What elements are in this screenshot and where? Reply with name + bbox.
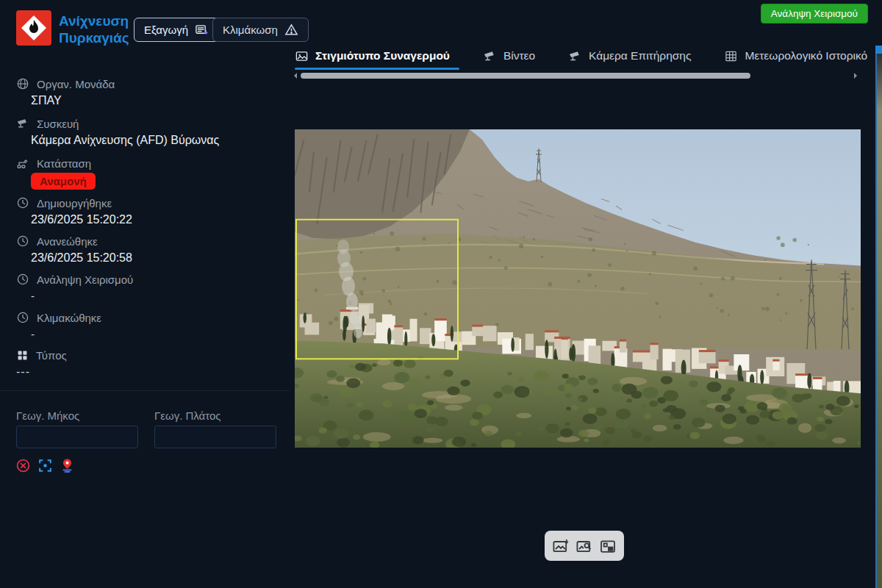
field-value: 23/6/2025 15:20:22 — [31, 213, 281, 226]
status-badge: Αναμονή — [31, 173, 96, 190]
field-value: - — [31, 290, 281, 302]
fire-hazard-icon — [16, 10, 51, 46]
tab-alert-snapshot[interactable]: Στιγμιότυπο Συναγερμού — [295, 49, 450, 63]
field-label: Δημιουργήθηκε — [37, 197, 112, 209]
field-label: Κλιμακώθηκε — [37, 312, 101, 324]
field-label: Οργαν. Μονάδα — [37, 78, 115, 90]
field-created: Δημιουργήθηκε 23/6/2025 15:20:22 — [16, 196, 281, 226]
cctv-icon — [16, 117, 29, 130]
camera-scene — [295, 129, 861, 448]
export-label: Εξαγωγή — [144, 24, 188, 36]
locate-on-map-button[interactable] — [60, 458, 75, 473]
next-image-preview[interactable] — [875, 46, 882, 588]
cancel-icon — [15, 458, 31, 473]
active-tab-indicator — [295, 68, 459, 70]
field-value: Κάμερα Ανίχνευσης (AFD) Βύρωνας — [31, 134, 281, 147]
map-pin-icon — [60, 458, 75, 473]
tab-weather-history[interactable]: Μετεωρολογικό Ιστορικό — [724, 49, 867, 63]
clock-icon — [16, 311, 29, 324]
picture-in-picture-button[interactable] — [598, 537, 617, 556]
field-label: Ανάληψη Χειρισμού — [37, 273, 133, 286]
clear-coordinates-button[interactable] — [15, 458, 31, 473]
field-label: Συσκευή — [37, 118, 79, 130]
field-label: Τύπος — [36, 349, 67, 362]
clock-icon — [16, 196, 29, 209]
tabs-horizontal-scrollbar[interactable] — [294, 71, 857, 80]
crosshair-icon — [37, 458, 53, 473]
field-value: - — [31, 328, 281, 340]
tab-label: Μετεωρολογικό Ιστορικό — [745, 49, 867, 62]
field-takeover-time: Ανάληψη Χειρισμού - — [16, 273, 281, 302]
longitude-input[interactable] — [16, 426, 138, 448]
latitude-group: Γεωγ. Πλάτος — [154, 409, 276, 448]
image-download-icon — [552, 537, 570, 555]
field-label: Ανανεώθηκε — [37, 235, 98, 248]
export-icon — [195, 23, 209, 37]
warning-icon — [284, 23, 298, 37]
field-type: Τύπος --- — [16, 349, 281, 379]
field-value: 23/6/2025 15:20:58 — [31, 251, 281, 265]
globe-icon — [16, 77, 29, 90]
takeover-button[interactable]: Ανάληψη Χειρισμού — [761, 4, 868, 24]
coordinate-actions — [15, 458, 75, 473]
field-updated: Ανανεώθηκε 23/6/2025 15:20:58 — [16, 234, 281, 265]
field-value: ΣΠΑΥ — [31, 94, 281, 107]
field-escalated-time: Κλιμακώθηκε - — [16, 311, 281, 340]
export-button[interactable]: Εξαγωγή — [134, 18, 219, 42]
field-org-unit: Οργαν. Μονάδα ΣΠΑΥ — [16, 77, 281, 107]
latitude-label: Γεωγ. Πλάτος — [154, 409, 276, 422]
scroll-right-arrow-icon[interactable] — [854, 73, 857, 79]
image-zoom-button[interactable] — [575, 537, 594, 556]
clock-icon — [16, 234, 29, 248]
tab-label: Στιγμιότυπο Συναγερμού — [315, 49, 450, 62]
cctv-icon — [568, 49, 582, 63]
escalate-button[interactable]: Κλιμάκωση — [212, 18, 309, 42]
field-device: Συσκευή Κάμερα Ανίχνευσης (AFD) Βύρωνας — [16, 117, 281, 147]
tab-surveillance-camera[interactable]: Κάμερα Επιτήρησης — [568, 49, 691, 63]
next-image-badge — [875, 46, 882, 54]
takeover-label: Ανάληψη Χειρισμού — [771, 8, 858, 19]
workflow-icon — [16, 157, 29, 170]
longitude-label: Γεωγ. Μήκος — [16, 409, 138, 422]
latitude-input[interactable] — [154, 426, 276, 448]
longitude-group: Γεωγ. Μήκος — [16, 409, 138, 448]
focus-detection-button[interactable] — [37, 458, 53, 473]
tab-bar: Στιγμιότυπο Συναγερμού Βίντεο Κάμερα Επι… — [295, 43, 874, 68]
field-value: --- — [16, 365, 281, 379]
image-toolbar — [545, 531, 624, 561]
image-zoom-icon — [576, 537, 593, 555]
clock-icon — [16, 273, 29, 286]
escalate-label: Κλιμάκωση — [223, 24, 278, 36]
sidebar-divider — [0, 390, 289, 391]
grid-icon — [16, 349, 29, 362]
cctv-icon — [483, 49, 497, 63]
image-icon — [295, 49, 309, 63]
picture-in-picture-icon — [599, 537, 617, 555]
tab-label: Βίντεο — [503, 49, 535, 62]
tab-label: Κάμερα Επιτήρησης — [589, 49, 691, 62]
alert-snapshot-image[interactable] — [295, 129, 861, 448]
field-status: Κατάσταση Αναμονή — [16, 157, 281, 190]
scrollbar-thumb[interactable] — [301, 73, 750, 79]
app-title-line2: Πυρκαγιάς — [59, 29, 129, 46]
page-title: Ανίχνευση Πυρκαγιάς — [59, 12, 129, 46]
scroll-left-arrow-icon[interactable] — [294, 73, 297, 79]
app-title-line1: Ανίχνευση — [59, 12, 129, 29]
tab-video[interactable]: Βίντεο — [483, 49, 535, 63]
image-download-button[interactable] — [551, 537, 570, 556]
field-label: Κατάσταση — [37, 157, 91, 170]
table-icon — [724, 49, 738, 63]
